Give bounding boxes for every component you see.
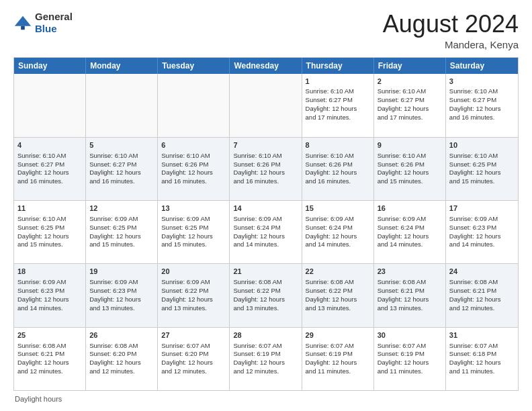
day-info: and 17 minutes. — [378, 113, 442, 122]
day-info: Daylight: 12 hours — [378, 295, 442, 304]
month-title: August 2024 — [383, 11, 519, 38]
day-info: Sunrise: 6:07 AM — [161, 342, 226, 351]
day-info: Sunset: 6:24 PM — [378, 224, 442, 232]
calendar-cell: 14Sunrise: 6:09 AMSunset: 6:24 PMDayligh… — [230, 201, 302, 263]
day-number: 27 — [161, 330, 226, 340]
day-info: Sunrise: 6:08 AM — [378, 278, 442, 287]
svg-marker-0 — [15, 16, 31, 26]
day-number: 22 — [306, 267, 370, 277]
day-info: Sunset: 6:21 PM — [449, 287, 515, 295]
calendar-cell: 8Sunrise: 6:10 AMSunset: 6:26 PMDaylight… — [302, 138, 374, 200]
day-info: and 16 minutes. — [233, 177, 298, 186]
calendar-header-cell: Saturday — [446, 58, 518, 74]
day-info: and 11 minutes. — [378, 367, 442, 376]
day-info: Sunset: 6:23 PM — [17, 287, 82, 295]
day-number: 7 — [233, 140, 298, 150]
day-info: Daylight: 12 hours — [449, 232, 515, 241]
day-info: Sunset: 6:23 PM — [449, 224, 515, 232]
day-number: 10 — [449, 140, 515, 150]
logo-blue: Blue — [35, 23, 73, 35]
day-info: Sunset: 6:22 PM — [161, 287, 226, 295]
day-info: and 13 minutes. — [306, 304, 370, 313]
day-number: 1 — [306, 77, 370, 87]
calendar-cell: 11Sunrise: 6:10 AMSunset: 6:25 PMDayligh… — [14, 201, 86, 263]
calendar-cell: 9Sunrise: 6:10 AMSunset: 6:26 PMDaylight… — [374, 138, 446, 200]
day-info: Sunrise: 6:09 AM — [306, 215, 370, 224]
day-info: and 16 minutes. — [161, 177, 226, 186]
day-number: 17 — [449, 203, 515, 214]
calendar-cell: 29Sunrise: 6:07 AMSunset: 6:19 PMDayligh… — [302, 328, 374, 390]
day-info: Daylight: 12 hours — [89, 232, 154, 241]
day-info: and 15 minutes. — [161, 240, 226, 249]
day-info: Daylight: 12 hours — [449, 169, 515, 177]
day-info: Sunrise: 6:10 AM — [378, 152, 442, 161]
day-info: Sunset: 6:26 PM — [233, 161, 298, 169]
day-info: Sunset: 6:19 PM — [306, 350, 370, 359]
calendar-cell: 30Sunrise: 6:07 AMSunset: 6:19 PMDayligh… — [374, 328, 446, 390]
day-info: Daylight: 12 hours — [17, 169, 82, 177]
calendar-cell — [158, 74, 230, 137]
day-number: 28 — [233, 330, 298, 340]
day-info: Sunrise: 6:10 AM — [306, 87, 370, 96]
day-info: Daylight: 12 hours — [378, 105, 442, 113]
day-info: and 13 minutes. — [378, 304, 442, 313]
calendar-row: 4Sunrise: 6:10 AMSunset: 6:27 PMDaylight… — [14, 137, 518, 200]
day-info: Daylight: 12 hours — [306, 232, 370, 241]
day-info: Sunset: 6:24 PM — [306, 224, 370, 232]
calendar-cell: 18Sunrise: 6:09 AMSunset: 6:23 PMDayligh… — [14, 264, 86, 326]
day-info: and 16 minutes. — [89, 177, 154, 186]
day-info: Sunset: 6:27 PM — [89, 161, 154, 169]
day-info: Sunset: 6:19 PM — [233, 350, 298, 359]
day-info: Sunset: 6:21 PM — [17, 350, 82, 359]
day-info: Sunrise: 6:09 AM — [233, 215, 298, 224]
day-info: Sunset: 6:25 PM — [161, 224, 226, 232]
calendar-row: 18Sunrise: 6:09 AMSunset: 6:23 PMDayligh… — [14, 263, 518, 326]
calendar-cell: 7Sunrise: 6:10 AMSunset: 6:26 PMDaylight… — [230, 138, 302, 200]
day-number: 15 — [306, 203, 370, 214]
calendar-cell: 5Sunrise: 6:10 AMSunset: 6:27 PMDaylight… — [86, 138, 158, 200]
day-info: and 17 minutes. — [306, 113, 370, 122]
day-info: Sunset: 6:25 PM — [449, 161, 515, 169]
day-info: Sunrise: 6:10 AM — [449, 87, 515, 96]
day-info: and 14 minutes. — [233, 240, 298, 249]
day-info: Sunrise: 6:09 AM — [449, 215, 515, 224]
day-number: 16 — [378, 203, 442, 214]
calendar-cell: 13Sunrise: 6:09 AMSunset: 6:25 PMDayligh… — [158, 201, 230, 263]
logo-icon — [13, 13, 32, 32]
calendar-cell: 21Sunrise: 6:08 AMSunset: 6:22 PMDayligh… — [230, 264, 302, 326]
day-info: Sunrise: 6:07 AM — [378, 342, 442, 351]
calendar-cell: 17Sunrise: 6:09 AMSunset: 6:23 PMDayligh… — [446, 201, 518, 263]
calendar-cell: 15Sunrise: 6:09 AMSunset: 6:24 PMDayligh… — [302, 201, 374, 263]
calendar-cell: 3Sunrise: 6:10 AMSunset: 6:27 PMDaylight… — [446, 74, 518, 137]
day-number: 20 — [161, 267, 226, 277]
calendar-cell: 16Sunrise: 6:09 AMSunset: 6:24 PMDayligh… — [374, 201, 446, 263]
location: Mandera, Kenya — [383, 39, 519, 50]
calendar-row: 1Sunrise: 6:10 AMSunset: 6:27 PMDaylight… — [14, 74, 518, 137]
calendar-cell: 31Sunrise: 6:07 AMSunset: 6:18 PMDayligh… — [446, 328, 518, 390]
calendar-header-cell: Friday — [374, 58, 446, 74]
day-info: Sunrise: 6:09 AM — [17, 278, 82, 287]
calendar-header-cell: Thursday — [302, 58, 374, 74]
day-info: Sunset: 6:25 PM — [17, 224, 82, 232]
calendar-cell: 23Sunrise: 6:08 AMSunset: 6:21 PMDayligh… — [374, 264, 446, 326]
calendar-cell: 1Sunrise: 6:10 AMSunset: 6:27 PMDaylight… — [302, 74, 374, 137]
calendar-cell — [230, 74, 302, 137]
day-info: Daylight: 12 hours — [449, 359, 515, 367]
day-info: Sunrise: 6:08 AM — [306, 278, 370, 287]
day-number: 11 — [17, 203, 82, 214]
day-number: 13 — [161, 203, 226, 214]
day-info: Sunset: 6:20 PM — [161, 350, 226, 359]
svg-rect-1 — [21, 26, 25, 30]
day-info: Daylight: 12 hours — [17, 295, 82, 304]
calendar-cell: 19Sunrise: 6:09 AMSunset: 6:23 PMDayligh… — [86, 264, 158, 326]
day-info: Sunrise: 6:10 AM — [233, 152, 298, 161]
day-info: Daylight: 12 hours — [306, 295, 370, 304]
calendar-cell: 24Sunrise: 6:08 AMSunset: 6:21 PMDayligh… — [446, 264, 518, 326]
day-info: Sunrise: 6:08 AM — [89, 342, 154, 351]
day-number: 3 — [449, 77, 515, 87]
day-number: 29 — [306, 330, 370, 340]
day-info: and 11 minutes. — [449, 367, 515, 376]
calendar-header-cell: Tuesday — [158, 58, 230, 74]
day-number: 26 — [89, 330, 154, 340]
day-info: Sunset: 6:25 PM — [89, 224, 154, 232]
